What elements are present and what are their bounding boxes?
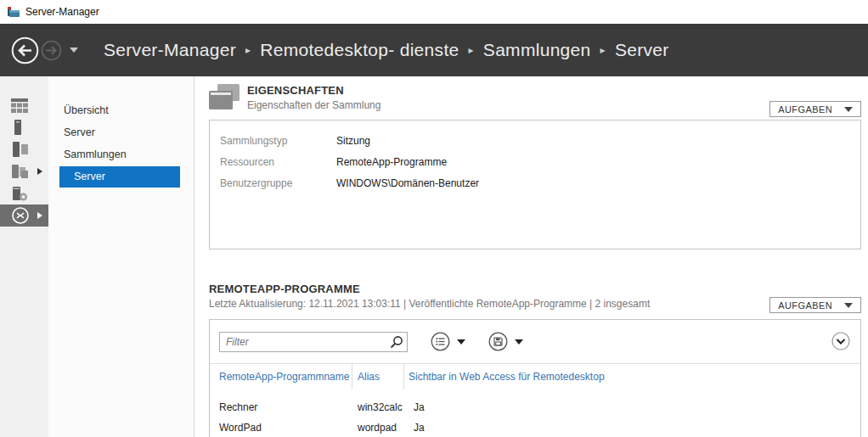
- tasks-button-label: AUFGABEN: [778, 104, 832, 115]
- sidebar-item-services[interactable]: [0, 182, 48, 204]
- breadcrumb-separator-icon: ▸: [245, 44, 251, 56]
- window-titlebar: Server-Manager: [0, 0, 868, 24]
- property-row: Benutzergruppe WINDOWS\Domänen-Benutzer: [220, 172, 860, 193]
- table-body: Rechner win32calc Ja WordPad wordpad Ja: [210, 389, 860, 437]
- expand-icon[interactable]: [37, 212, 42, 219]
- menu-item-uebersicht[interactable]: Übersicht: [48, 99, 194, 121]
- breadcrumb: Server-Manager ▸ Remotedesktop- dienste …: [104, 40, 669, 60]
- sidebar-item-remote-desktop-services[interactable]: [0, 204, 48, 227]
- properties-panel: Sammlungstyp Sitzung Ressourcen RemoteAp…: [209, 120, 861, 249]
- table-row[interactable]: WordPad wordpad Ja: [210, 417, 860, 437]
- back-icon[interactable]: [11, 36, 39, 64]
- property-value: WINDOWS\Domänen-Benutzer: [336, 177, 479, 189]
- nav-icon-strip: [0, 76, 48, 437]
- tasks-button-label: AUFGABEN: [778, 300, 832, 311]
- rds-menu-panel: Übersicht Server Sammlungen Server: [48, 76, 194, 437]
- list-options-icon: [431, 332, 450, 351]
- breadcrumb-separator-icon: ▸: [469, 44, 474, 56]
- window-title: Server-Manager: [25, 6, 99, 18]
- remoteapp-subtitle: Letzte Aktualisierung: 12.11.2021 13:03:…: [209, 298, 650, 310]
- sidebar-item-file-storage-services[interactable]: [0, 160, 48, 182]
- history-dropdown-icon[interactable]: [70, 48, 78, 53]
- cell-programmname: WordPad: [219, 422, 358, 434]
- breadcrumb-separator-icon: ▸: [600, 44, 606, 56]
- menu-item-server[interactable]: Server: [48, 121, 194, 143]
- remote-desktop-icon: [11, 206, 30, 225]
- filter-input[interactable]: [219, 332, 408, 352]
- save-icon: [488, 332, 508, 351]
- all-servers-icon: [11, 142, 30, 157]
- property-row: Sammlungstyp Sitzung: [220, 130, 860, 151]
- local-server-icon: [11, 120, 28, 135]
- remoteapp-tasks-button[interactable]: AUFGABEN: [769, 297, 861, 313]
- cell-alias: wordpad: [358, 422, 409, 434]
- property-value: Sitzung: [336, 135, 370, 147]
- property-label: Benutzergruppe: [220, 177, 336, 189]
- property-label: Ressourcen: [220, 156, 336, 168]
- breadcrumb-item[interactable]: Remotedesktop- dienste: [260, 40, 459, 60]
- sidebar-item-dashboard[interactable]: [0, 94, 48, 116]
- remoteapp-title: REMOTEAPP-PROGRAMME: [209, 283, 650, 295]
- cell-programmname: Rechner: [219, 401, 358, 413]
- table-header-row: RemoteApp-Programmname Alias Sichtbar in…: [210, 364, 860, 389]
- nav-controls: [11, 36, 78, 64]
- chevron-down-icon: [844, 303, 853, 308]
- cell-alias: win32calc: [358, 401, 409, 413]
- properties-windows-icon: [209, 84, 240, 110]
- menu-item-sammlungen[interactable]: Sammlungen: [48, 143, 194, 165]
- breadcrumb-item[interactable]: Server-Manager: [104, 40, 236, 60]
- collapse-panel-icon[interactable]: [831, 332, 850, 350]
- menu-item-server-selected[interactable]: Server: [59, 166, 180, 188]
- remoteapp-section-header: REMOTEAPP-PROGRAMME Letzte Aktualisierun…: [209, 283, 861, 314]
- property-row: Ressourcen RemoteApp-Programme: [220, 151, 860, 172]
- table-row[interactable]: Rechner win32calc Ja: [210, 397, 860, 417]
- services-icon: [11, 186, 30, 202]
- search-icon[interactable]: [390, 335, 403, 349]
- cell-webaccess: Ja: [409, 401, 425, 413]
- breadcrumb-item[interactable]: Sammlungen: [483, 40, 591, 60]
- filter-options-button[interactable]: [431, 332, 465, 351]
- sidebar-item-local-server[interactable]: [0, 116, 48, 138]
- column-header-alias[interactable]: Alias: [352, 364, 404, 389]
- dashboard-icon: [11, 98, 28, 113]
- properties-tasks-button[interactable]: AUFGABEN: [769, 101, 861, 117]
- property-label: Sammlungstyp: [220, 135, 336, 147]
- forward-icon[interactable]: [41, 40, 62, 61]
- file-storage-icon: [11, 164, 30, 179]
- chevron-down-icon: [844, 107, 853, 112]
- properties-section-header: EIGENSCHAFTEN Eigenschaften der Sammlung…: [209, 84, 861, 118]
- column-header-webaccess[interactable]: Sichtbar in Web Access für Remotedesktop: [404, 364, 605, 389]
- save-query-button[interactable]: [488, 332, 523, 351]
- properties-subtitle: Eigenschaften der Sammlung: [247, 99, 380, 111]
- properties-title: EIGENSCHAFTEN: [247, 84, 380, 97]
- expand-icon[interactable]: [37, 168, 42, 175]
- remoteapp-list-panel: RemoteApp-Programmname Alias Sichtbar in…: [209, 319, 861, 437]
- remoteapp-toolbar: [210, 320, 860, 364]
- breadcrumb-item[interactable]: Server: [615, 40, 669, 60]
- server-manager-app-icon: [7, 6, 20, 19]
- sidebar-item-all-servers[interactable]: [0, 138, 48, 160]
- main-content: EIGENSCHAFTEN Eigenschaften der Sammlung…: [194, 76, 868, 437]
- chevron-down-icon: [457, 339, 465, 345]
- chevron-down-icon: [515, 339, 523, 345]
- column-header-programmname[interactable]: RemoteApp-Programmname: [219, 364, 352, 389]
- cell-webaccess: Ja: [409, 422, 425, 434]
- property-value: RemoteApp-Programme: [336, 156, 447, 168]
- navigation-bar: Server-Manager ▸ Remotedesktop- dienste …: [0, 24, 868, 76]
